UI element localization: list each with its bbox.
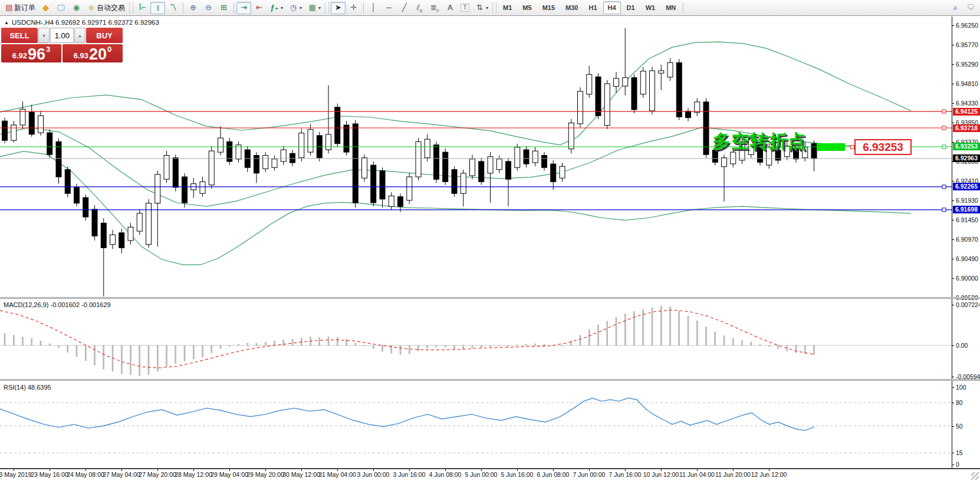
templates-button[interactable]: ▦▾ xyxy=(305,2,323,14)
auto-scroll-icon: ⇥ xyxy=(239,3,249,12)
chart-shift-icon: ⇤ xyxy=(254,3,264,12)
auto-trading-button[interactable]: 🜨 自动交易 xyxy=(84,2,127,14)
chart-annotation-text[interactable]: 多空转折点 xyxy=(712,129,807,154)
rsi-axis-tick xyxy=(952,464,954,465)
sell-button[interactable]: SELL xyxy=(1,28,38,43)
toolbar-grip[interactable] xyxy=(325,2,329,13)
timeframe-group: M1M5M15M30H1H4D1W1MN xyxy=(498,1,680,14)
vertical-line-tool-button[interactable]: │ xyxy=(366,2,381,14)
price-tick-label: 6.95290 xyxy=(956,61,978,68)
time-axis-label: 11 Jun 20:00 xyxy=(715,471,751,478)
line-chart-mode-button[interactable]: 〽 xyxy=(166,2,180,14)
volume-decrease-button[interactable]: ▼ xyxy=(38,28,50,43)
text-label-icon: T xyxy=(461,4,469,12)
time-axis-label: 31 May 04:00 xyxy=(318,471,356,478)
timeframe-button-W1[interactable]: W1 xyxy=(641,1,660,14)
timeframe-button-H1[interactable]: H1 xyxy=(584,1,601,14)
volume-input[interactable]: 1.00 xyxy=(50,28,74,43)
timeframe-button-M5[interactable]: M5 xyxy=(518,1,536,14)
channel-tool-button[interactable]: ⫽E xyxy=(412,2,427,14)
macd-axis-tick xyxy=(952,377,954,377)
buy-button[interactable]: BUY xyxy=(86,28,123,43)
chart-shift-button[interactable]: ⇤ xyxy=(252,2,267,14)
price-axis-tick xyxy=(952,200,954,201)
sell-quote[interactable]: 6.92 96 3 xyxy=(1,44,61,62)
toolbar-grip[interactable] xyxy=(129,2,133,13)
timeframe-button-M15[interactable]: M15 xyxy=(538,1,560,14)
bar-chart-mode-button[interactable]: ꟾ⌐ xyxy=(135,2,150,14)
price-level-badge: 6.93718 xyxy=(953,124,980,132)
collapse-header-icon[interactable]: ▲ xyxy=(4,20,9,25)
text-tool-button[interactable]: A xyxy=(443,2,458,14)
metaquotes-button[interactable]: ◆ xyxy=(38,2,53,14)
trendline-tool-button[interactable]: ╱ xyxy=(397,2,412,14)
vertical-line-icon: │ xyxy=(369,3,379,12)
text-icon: A xyxy=(445,3,455,12)
horizontal-line-icon: ─ xyxy=(384,3,394,12)
timeframe-button-D1[interactable]: D1 xyxy=(622,1,640,14)
toolbar-grip[interactable] xyxy=(492,2,496,13)
price-tick-label: 6.91450 xyxy=(956,216,978,223)
zoom-in-button[interactable]: ⊕ xyxy=(186,2,200,14)
buy-quote[interactable]: 6.93 20 0 xyxy=(63,44,123,62)
rsi-tick-label: 50 xyxy=(956,423,963,430)
new-order-label: 新订单 xyxy=(14,3,35,13)
timeframe-button-M30[interactable]: M30 xyxy=(561,1,583,14)
rsi-plot[interactable] xyxy=(0,381,952,469)
signal-icon: ◉ xyxy=(71,3,81,12)
arrows-icon: ⇅ xyxy=(475,3,485,12)
auto-trading-label: 自动交易 xyxy=(97,3,125,13)
price-axis-tick xyxy=(952,103,954,104)
pane-divider xyxy=(0,468,980,469)
zoom-out-button[interactable]: ⊖ xyxy=(201,2,216,14)
price-axis-tick xyxy=(952,25,954,26)
volume-increase-button[interactable]: ▲ xyxy=(74,28,85,43)
indicators-button[interactable]: ƒ₊▾ xyxy=(267,2,285,14)
search-button[interactable]: ⌕ xyxy=(948,2,963,14)
price-axis-tick xyxy=(952,84,954,84)
pane-divider[interactable] xyxy=(0,379,980,381)
time-axis-label: 3 Jun 16:00 xyxy=(393,471,426,478)
tile-windows-button[interactable]: ⊞ xyxy=(216,2,231,14)
timeframe-button-M1[interactable]: M1 xyxy=(498,1,517,14)
cursor-tool-button[interactable]: ➤ xyxy=(331,2,346,14)
time-axis-label: 29 May 04:00 xyxy=(211,471,248,478)
price-axis-tick xyxy=(952,123,954,123)
signals-button[interactable]: ◉ xyxy=(69,2,84,14)
symbol-ohlc-text: USDCNH-,H4 6.92692 6.92971 6.92372 6.929… xyxy=(12,19,159,26)
arrows-tool-button[interactable]: ⇅▾ xyxy=(472,2,491,14)
price-axis-tick xyxy=(952,45,954,45)
rsi-tick-label: 0 xyxy=(956,461,959,468)
horizontal-line-tool-button[interactable]: ─ xyxy=(382,2,396,14)
annotation-highlight-rect[interactable] xyxy=(817,143,845,151)
candles-group xyxy=(2,28,817,296)
time-axis[interactable]: 23 May 201923 May 16:0024 May 08:0027 Ma… xyxy=(0,469,980,481)
text-label-tool-button[interactable]: T xyxy=(458,2,472,14)
resize-grip-icon[interactable] xyxy=(971,472,979,480)
timeframe-button-MN[interactable]: MN xyxy=(661,1,680,14)
auto-scroll-button[interactable]: ⇥ xyxy=(236,2,251,14)
time-axis-label: 23 May 2019 xyxy=(0,471,31,478)
macd-plot[interactable] xyxy=(0,299,952,380)
fibonacci-tool-button[interactable]: ≣F xyxy=(427,2,442,14)
new-order-button[interactable]: ▤ 新订单 xyxy=(2,2,38,14)
auto-trading-icon: 🜨 xyxy=(87,3,97,12)
community-chat-button[interactable]: 🗨 xyxy=(963,2,978,14)
price-tick-label: 6.94330 xyxy=(956,100,978,107)
candle-chart-mode-button[interactable]: ⫾ xyxy=(150,2,165,14)
price-axis-border xyxy=(952,17,952,469)
time-axis-label: 4 Jun 08:00 xyxy=(429,471,462,478)
price-callout-label[interactable]: 6.93253 xyxy=(854,139,912,155)
macd-axis-tick xyxy=(952,345,954,346)
macd-tick-label: 0.00 xyxy=(956,342,968,349)
market-button[interactable]: 🖵 xyxy=(54,2,68,14)
pane-divider[interactable] xyxy=(0,297,980,299)
line-chart-icon: 〽 xyxy=(168,3,178,12)
timeframe-button-H4[interactable]: H4 xyxy=(603,1,621,14)
crosshair-tool-button[interactable]: ✛ xyxy=(346,2,361,14)
candlestick-plot[interactable] xyxy=(0,17,952,298)
price-level-badge: 6.92265 xyxy=(953,183,980,190)
trendline-icon: ╱ xyxy=(399,3,409,12)
periods-button[interactable]: ◷▾ xyxy=(286,2,304,14)
rsi-axis-tick xyxy=(952,387,954,388)
